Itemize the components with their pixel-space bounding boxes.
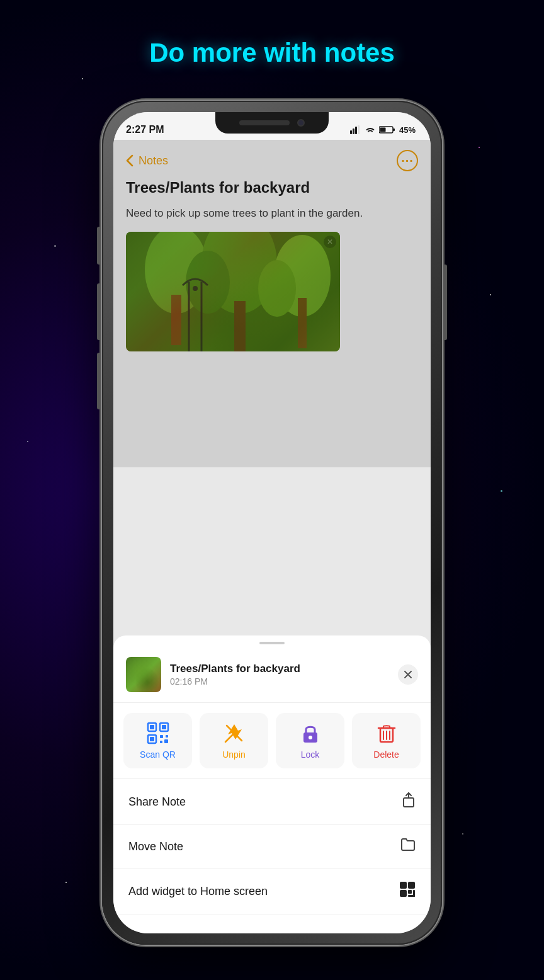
add-widget-icon [399,881,416,901]
svg-line-29 [225,734,233,742]
note-image: ✕ [126,232,340,351]
more-options-button[interactable]: ··· [397,150,418,171]
signal-icon [350,125,361,134]
svg-rect-22 [162,725,166,729]
svg-rect-0 [350,130,352,134]
svg-point-32 [309,736,312,739]
note-title: Trees/Plants for backyard [126,179,418,197]
more-icon: ··· [401,154,414,168]
svg-rect-28 [164,739,168,743]
move-note-label: Move Note [128,840,183,853]
back-label: Notes [139,154,168,168]
unpin-icon [223,722,246,744]
scan-qr-label: Scan QR [140,749,176,760]
svg-rect-42 [408,890,412,894]
phone-frame: 2:27 PM 45% [102,101,442,945]
speaker [239,120,290,125]
svg-point-18 [193,286,198,291]
svg-rect-38 [404,798,414,807]
volume-down-button [97,353,101,409]
sheet-handle [259,642,285,644]
unpin-button[interactable]: Unpin [200,713,268,768]
svg-rect-9 [171,295,181,345]
note-info-row: Trees/Plants for backyard 02:16 PM [113,651,431,703]
svg-rect-25 [160,735,163,738]
page-title: Do more with notes [0,38,544,68]
svg-rect-13 [298,298,307,348]
scan-qr-icon [147,722,169,744]
wifi-icon [365,125,375,134]
svg-rect-39 [400,882,407,889]
delete-label: Delete [373,749,399,760]
phone-screen: 2:27 PM 45% [113,112,431,933]
svg-rect-44 [408,895,415,897]
notch [215,112,329,134]
unpin-label: Unpin [222,749,246,760]
svg-rect-24 [150,737,154,741]
note-content-area: Notes ··· Trees/Plants for backyard Need… [113,140,431,467]
delete-icon [375,722,398,744]
svg-rect-27 [160,741,162,743]
scan-qr-button[interactable]: Scan QR [123,713,192,768]
share-note-icon [402,792,416,812]
move-note-icon [400,838,416,855]
lock-icon [299,722,322,744]
delete-button[interactable]: Delete [352,713,421,768]
svg-rect-6 [380,128,385,132]
back-button[interactable]: Notes [126,154,168,168]
note-nav-header: Notes ··· [126,150,418,179]
status-time: 2:27 PM [126,124,164,135]
svg-rect-2 [355,127,357,134]
add-widget-item[interactable]: Add widget to Home screen [113,869,431,914]
svg-rect-11 [234,301,246,351]
svg-rect-1 [353,128,354,134]
power-button [443,265,447,340]
share-note-item[interactable]: Share Note [113,779,431,825]
action-buttons-row: Scan QR Unpin [113,703,431,779]
svg-point-15 [258,260,296,317]
svg-rect-40 [408,882,415,889]
svg-rect-26 [166,735,168,738]
svg-rect-20 [150,725,154,729]
lock-button[interactable]: Lock [276,713,344,768]
sheet-note-title: Trees/Plants for backyard [170,663,398,675]
note-body: Need to pick up some trees to plant in t… [126,205,418,222]
share-note-label: Share Note [128,795,186,809]
move-note-item[interactable]: Move Note [113,825,431,869]
battery-percent: 45% [399,125,416,135]
note-info-text: Trees/Plants for backyard 02:16 PM [170,663,398,687]
lock-label: Lock [301,749,320,760]
bottom-sheet: Trees/Plants for backyard 02:16 PM [113,635,431,933]
svg-point-14 [186,251,230,314]
front-camera [297,119,305,127]
svg-rect-41 [400,890,407,897]
status-icons: 45% [350,125,416,135]
mute-button [97,227,101,265]
svg-rect-5 [393,128,395,131]
sheet-note-time: 02:16 PM [170,676,398,687]
svg-rect-3 [358,125,360,134]
battery-icon [379,125,395,134]
sheet-close-button[interactable] [398,664,418,685]
volume-up-button [97,283,101,340]
note-thumbnail-image [126,657,161,692]
add-widget-label: Add widget to Home screen [128,885,268,898]
